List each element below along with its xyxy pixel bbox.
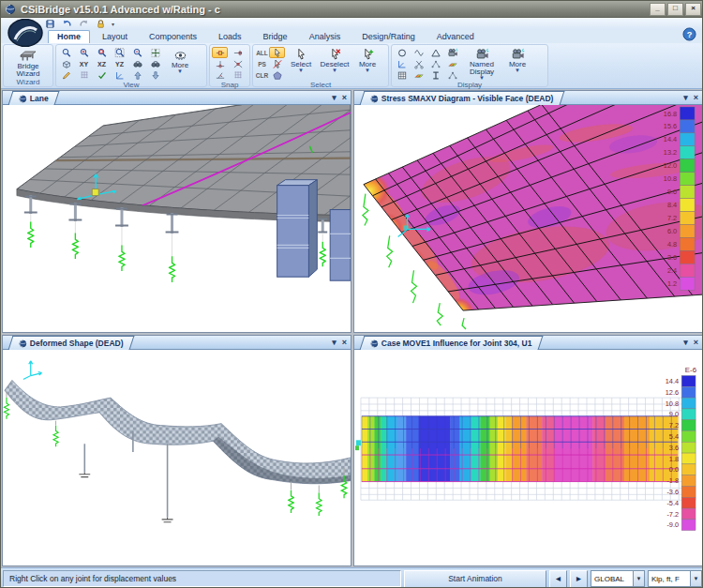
qat-dropdown-icon[interactable]: ▾ [112, 21, 114, 27]
perspective-icon[interactable] [147, 58, 163, 69]
zoom-in-icon[interactable] [76, 47, 92, 58]
coord-system-select[interactable]: GLOBAL ▼ [591, 570, 645, 587]
combo-dropdown-icon[interactable]: ▼ [690, 571, 701, 586]
named-display-button[interactable]: Named Display▼ [462, 47, 501, 81]
viewport-lane-tab[interactable]: Lane [8, 91, 60, 105]
tab-components[interactable]: Components [140, 30, 206, 43]
contour-icon[interactable] [411, 69, 426, 81]
loads-icon[interactable] [444, 58, 460, 69]
view-xy-button[interactable]: XY [76, 58, 92, 69]
deformed-shape-view[interactable] [3, 350, 351, 565]
frames-icon[interactable] [411, 47, 426, 58]
3d-view-icon[interactable] [58, 58, 74, 69]
misc-display-icon[interactable] [444, 69, 460, 81]
move-down-icon[interactable] [147, 69, 163, 81]
globe-icon [19, 339, 27, 347]
save-icon[interactable] [44, 19, 56, 29]
viewport-deformed-titlebar[interactable]: Deformed Shape (DEAD) ▾× [3, 336, 351, 350]
combo-dropdown-icon[interactable]: ▼ [633, 571, 644, 586]
tab-design-rating[interactable]: Design/Rating [352, 30, 425, 43]
snap-ends-icon[interactable] [230, 47, 246, 58]
axes-icon[interactable] [394, 58, 410, 69]
redo-icon[interactable] [78, 19, 90, 29]
snap-intersections-icon[interactable] [230, 58, 246, 69]
lane-3d-view[interactable] [3, 105, 351, 332]
influence-scale-label: E-6 [685, 366, 697, 374]
next-step-button[interactable]: ► [570, 570, 588, 588]
snap-midpoints-icon[interactable] [212, 58, 228, 69]
girder-section-icon[interactable] [427, 69, 443, 81]
zoom-window-icon[interactable] [94, 47, 110, 58]
viewport-lane-titlebar[interactable]: Lane ▾× [3, 91, 351, 105]
select-button[interactable]: Select▼ [286, 47, 316, 73]
view-xz-button[interactable]: XZ [94, 58, 110, 69]
supports-icon[interactable] [427, 58, 443, 69]
tab-advanced[interactable]: Advanced [427, 30, 484, 43]
joints-icon[interactable] [394, 47, 410, 58]
view-yz-button[interactable]: YZ [112, 58, 127, 69]
stress-contour-view[interactable]: 16.815.614.413.212.010.89.68.47.26.04.83… [354, 105, 702, 332]
zoom-full-icon[interactable] [58, 47, 74, 58]
close-button[interactable]: × [685, 3, 701, 16]
pan-icon[interactable] [147, 47, 163, 58]
named-view-icon[interactable] [129, 58, 145, 69]
viewport-deformed-tab[interactable]: Deformed Shape (DEAD) [8, 336, 135, 350]
tab-home[interactable]: Home [48, 30, 90, 43]
viewport-menu-icon[interactable]: ▾ [332, 94, 337, 102]
deselect-button[interactable]: Deselect▼ [317, 47, 352, 73]
select-clr-button[interactable]: CLR [255, 72, 269, 79]
svg-text:10.8: 10.8 [666, 400, 679, 408]
viewport-influence-tab[interactable]: Case MOVE1 Influence for Joint 304, U1 [360, 336, 543, 350]
viewport-close-icon[interactable]: × [694, 339, 698, 347]
cut-section-icon[interactable] [411, 58, 426, 69]
minimize-button[interactable]: _ [650, 3, 666, 16]
app-logo-button[interactable] [7, 19, 43, 46]
maximize-button[interactable]: □ [667, 3, 683, 16]
move-up-icon[interactable] [129, 69, 145, 81]
tab-loads[interactable]: Loads [209, 30, 251, 43]
bridge-wizard-button[interactable]: Bridge Wizard [6, 47, 51, 78]
lock-icon[interactable] [95, 19, 107, 29]
zoom-previous-icon[interactable] [112, 47, 127, 58]
snap-perpendicular-icon[interactable] [212, 69, 228, 81]
set-limits-icon[interactable] [76, 69, 92, 81]
check-icon[interactable] [94, 69, 110, 81]
select-more-button[interactable]: More▼ [353, 47, 381, 73]
svg-text:16.8: 16.8 [664, 110, 677, 118]
viewport-menu-icon[interactable]: ▾ [683, 339, 688, 347]
units-select[interactable]: Kip, ft, F ▼ [648, 570, 702, 587]
viewport-menu-icon[interactable]: ▾ [683, 94, 688, 102]
draw-grid-icon[interactable] [58, 69, 74, 81]
snap-grid-icon[interactable] [230, 69, 246, 81]
viewport-stress-tab[interactable]: Stress SMAXV Diagram - Visible Face (DEA… [360, 91, 564, 105]
select-ps-button[interactable]: PS [255, 61, 269, 68]
influence-surface-view[interactable]: E-6 14.412.610.89.07.25.43.61.80.0-1.8-3… [354, 350, 702, 565]
invert-selection-icon[interactable] [269, 58, 285, 69]
ribbon: Bridge Wizard Wizard XYXZYZ More▼ View S… [1, 43, 703, 89]
prev-step-button[interactable]: ◄ [549, 570, 567, 588]
tab-analysis[interactable]: Analysis [300, 30, 351, 43]
get-selection-icon[interactable] [269, 47, 285, 58]
shells-icon[interactable] [427, 47, 443, 58]
viewport-close-icon[interactable]: × [342, 339, 347, 347]
select-all-button[interactable]: ALL [255, 50, 269, 56]
polygon-select-icon[interactable] [269, 69, 285, 81]
show-axes-icon[interactable] [112, 69, 127, 81]
view-more-button[interactable]: More▼ [166, 47, 194, 74]
tables-icon[interactable] [394, 69, 410, 81]
svg-text:1.2: 1.2 [667, 279, 677, 288]
animation-icon[interactable] [444, 47, 460, 58]
viewport-close-icon[interactable]: × [342, 94, 347, 102]
zoom-out-icon[interactable] [129, 47, 145, 58]
tab-layout[interactable]: Layout [93, 30, 137, 43]
viewport-menu-icon[interactable]: ▾ [332, 339, 337, 347]
viewport-stress-titlebar[interactable]: Stress SMAXV Diagram - Visible Face (DEA… [354, 91, 702, 105]
help-button[interactable] [682, 27, 696, 41]
snap-joints-icon[interactable] [212, 47, 228, 58]
undo-icon[interactable] [61, 19, 73, 29]
viewport-close-icon[interactable]: × [694, 94, 698, 102]
start-animation-button[interactable]: Start Animation [404, 570, 546, 588]
tab-bridge[interactable]: Bridge [254, 30, 297, 43]
display-more-button[interactable]: More▼ [502, 47, 532, 73]
viewport-influence-titlebar[interactable]: Case MOVE1 Influence for Joint 304, U1 ▾… [354, 336, 702, 350]
